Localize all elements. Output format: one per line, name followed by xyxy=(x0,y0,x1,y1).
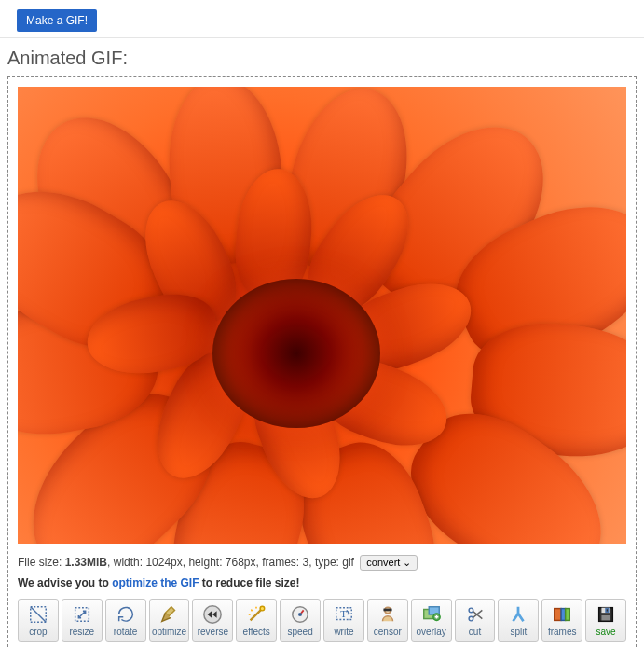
advice-prefix: We advise you to xyxy=(18,576,112,589)
toolbar: cropresizerotateoptimizereverseeffectssp… xyxy=(18,599,626,642)
speed-button[interactable]: speed xyxy=(280,599,321,642)
effects-button[interactable]: effects xyxy=(236,599,277,642)
tool-label: resize xyxy=(69,627,94,637)
tool-label: speed xyxy=(287,627,312,637)
split-button[interactable]: split xyxy=(498,599,539,642)
crop-button[interactable]: crop xyxy=(18,599,59,642)
file-type: gif xyxy=(342,556,354,569)
tool-label: effects xyxy=(243,627,270,637)
svg-rect-22 xyxy=(602,614,610,620)
tool-label: censor xyxy=(374,627,402,637)
svg-line-1 xyxy=(31,606,47,622)
rewind-icon xyxy=(201,604,224,625)
overlay-icon xyxy=(420,604,443,625)
broom-icon xyxy=(158,604,181,625)
svg-point-6 xyxy=(299,613,302,615)
tool-label: save xyxy=(596,627,616,637)
convert-label: convert xyxy=(366,557,400,568)
advice-line: We advise you to optimize the GIF to red… xyxy=(18,576,626,589)
svg-rect-16 xyxy=(555,608,561,620)
section-heading: Animated GIF: xyxy=(7,48,644,69)
svg-point-4 xyxy=(260,606,265,611)
svg-rect-10 xyxy=(383,608,391,611)
file-width: 1024px xyxy=(145,556,182,569)
censor-icon xyxy=(377,604,399,625)
type-label: , type: xyxy=(308,556,342,569)
text-icon: T xyxy=(333,604,355,625)
rotate-icon xyxy=(115,604,137,625)
file-size: 1.33MiB xyxy=(65,556,107,569)
frames-button[interactable]: frames xyxy=(541,599,582,642)
frames-label: , frames: xyxy=(256,556,303,569)
tool-label: crop xyxy=(29,627,47,637)
tool-label: split xyxy=(510,627,527,637)
scissors-icon xyxy=(464,604,486,625)
tool-label: cut xyxy=(469,627,481,637)
rotate-button[interactable]: rotate xyxy=(105,599,146,642)
svg-rect-21 xyxy=(606,608,609,612)
svg-text:T: T xyxy=(340,607,347,618)
tool-label: rotate xyxy=(114,627,138,637)
frames-icon xyxy=(551,604,573,625)
reverse-button[interactable]: reverse xyxy=(192,599,233,642)
gauge-icon xyxy=(289,604,311,625)
resize-icon xyxy=(71,604,93,625)
gif-preview[interactable] xyxy=(18,87,626,544)
optimize-button[interactable]: optimize xyxy=(149,599,190,642)
overlay-button[interactable]: overlay xyxy=(411,599,452,642)
split-icon xyxy=(507,604,529,625)
optimize-link[interactable]: optimize the GIF xyxy=(112,576,199,589)
file-height: 768px xyxy=(226,556,256,569)
wand-icon xyxy=(245,604,267,625)
cut-button[interactable]: cut xyxy=(455,599,496,642)
width-label: , width: xyxy=(107,556,145,569)
make-gif-button[interactable]: Make a GIF! xyxy=(17,9,97,32)
height-label: , height: xyxy=(183,556,226,569)
tool-label: reverse xyxy=(198,627,228,637)
save-icon xyxy=(595,604,617,625)
svg-rect-18 xyxy=(566,608,570,620)
dropdown-icon: ⌄ xyxy=(403,557,411,568)
advice-suffix: to reduce file size! xyxy=(199,576,299,589)
tool-label: write xyxy=(334,627,353,637)
resize-button[interactable]: resize xyxy=(62,599,103,642)
convert-button[interactable]: convert ⌄ xyxy=(360,555,418,571)
file-info: File size: 1.33MiB, width: 1024px, heigh… xyxy=(18,555,626,571)
gif-panel: File size: 1.33MiB, width: 1024px, heigh… xyxy=(7,76,637,649)
tool-label: optimize xyxy=(152,627,186,637)
crop-icon xyxy=(27,604,49,625)
censor-button[interactable]: censor xyxy=(367,599,408,642)
save-button[interactable]: save xyxy=(585,599,626,642)
tool-label: frames xyxy=(548,627,577,637)
size-label: File size: xyxy=(18,556,65,569)
tool-label: overlay xyxy=(417,627,446,637)
write-button[interactable]: Twrite xyxy=(323,599,364,642)
